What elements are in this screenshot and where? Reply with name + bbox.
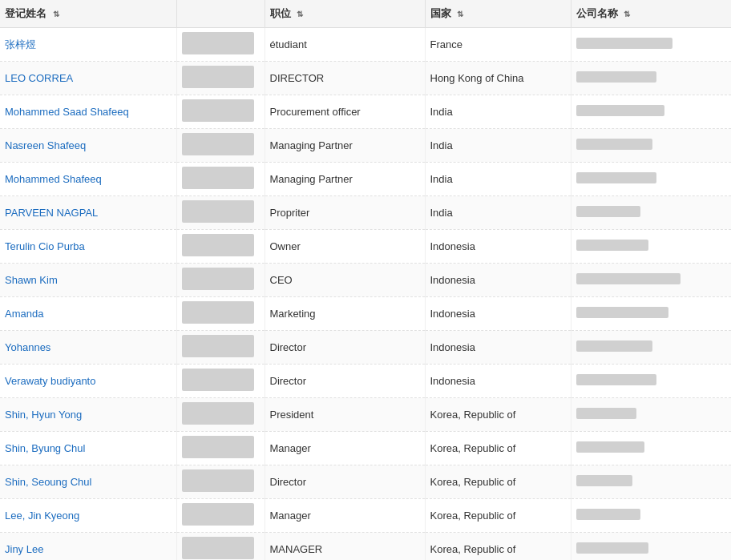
avatar-cell: [176, 398, 265, 432]
table-row: 张梓煜étudiantFrance: [0, 28, 731, 62]
avatar: [182, 133, 254, 155]
name-cell[interactable]: Nasreen Shafeeq: [0, 129, 176, 163]
name-cell[interactable]: Terulin Cio Purba: [0, 230, 176, 264]
name-link[interactable]: Jiny Lee: [5, 543, 43, 555]
avatar: [182, 301, 254, 324]
name-cell[interactable]: 张梓煜: [0, 28, 176, 62]
avatar-cell: [176, 432, 265, 465]
name-cell[interactable]: Shin, Hyun Yong: [0, 398, 176, 432]
position-cell: Managing Partner: [265, 163, 425, 196]
name-cell[interactable]: Mohammed Shafeeq: [0, 163, 176, 196]
table-row: Shawn KimCEOIndonesia: [0, 264, 731, 297]
table-row: Mohammed ShafeeqManaging PartnerIndia: [0, 163, 731, 196]
company-placeholder: [576, 206, 640, 217]
name-cell[interactable]: Jiny Lee: [0, 533, 176, 561]
name-link[interactable]: LEO CORREA: [5, 72, 73, 84]
name-link[interactable]: Verawaty budiyanto: [5, 375, 95, 387]
position-cell: DIRECTOR: [265, 62, 425, 95]
company-cell: [571, 163, 731, 196]
table-row: YohannesDirectorIndonesia: [0, 331, 731, 365]
name-link[interactable]: Terulin Cio Purba: [5, 240, 85, 252]
company-placeholder: [576, 542, 648, 554]
table-row: Verawaty budiyantoDirectorIndonesia: [0, 365, 731, 398]
position-cell: President: [265, 398, 425, 432]
position-cell: étudiant: [265, 28, 425, 62]
company-placeholder: [576, 509, 640, 520]
avatar: [182, 335, 254, 357]
name-link[interactable]: Yohannes: [5, 341, 50, 353]
country-cell: Indonesia: [425, 230, 571, 264]
table-row: Shin, Seoung ChulDirectorKorea, Republic…: [0, 465, 731, 499]
company-placeholder: [576, 105, 664, 116]
name-link[interactable]: Mohammed Shafeeq: [5, 173, 102, 185]
country-cell: India: [425, 163, 571, 196]
company-cell: [571, 129, 731, 163]
avatar-cell: [176, 95, 265, 129]
name-link[interactable]: Shawn Kim: [5, 274, 58, 286]
avatar-cell: [176, 163, 265, 196]
avatar: [182, 200, 254, 223]
col-country-label: 国家: [430, 7, 451, 19]
avatar-cell: [176, 499, 265, 533]
position-cell: MANAGER: [265, 533, 425, 561]
col-position-label: 职位: [270, 7, 291, 19]
sort-icon-name: ⇅: [53, 10, 59, 18]
col-header-avatar: [176, 0, 265, 28]
company-cell: [571, 533, 731, 561]
name-link[interactable]: PARVEEN NAGPAL: [5, 207, 98, 219]
name-link[interactable]: Amanda: [5, 308, 43, 320]
table-row: LEO CORREADIRECTORHong Kong of China: [0, 62, 731, 95]
name-link[interactable]: Shin, Seoung Chul: [5, 476, 91, 488]
name-cell[interactable]: LEO CORREA: [0, 62, 176, 95]
name-cell[interactable]: Lee, Jin Kyeong: [0, 499, 176, 533]
country-cell: France: [425, 28, 571, 62]
name-cell[interactable]: Yohannes: [0, 331, 176, 365]
avatar: [182, 167, 254, 189]
table-row: AmandaMarketingIndonesia: [0, 297, 731, 331]
company-cell: [571, 432, 731, 465]
name-link[interactable]: Mohammed Saad Shafeeq: [5, 106, 129, 118]
name-link[interactable]: 张梓煜: [5, 38, 36, 50]
avatar-cell: [176, 129, 265, 163]
position-cell: Managing Partner: [265, 129, 425, 163]
name-link[interactable]: Nasreen Shafeeq: [5, 139, 86, 151]
col-header-company[interactable]: 公司名称 ⇅: [571, 0, 731, 28]
avatar: [182, 469, 254, 492]
country-cell: India: [425, 95, 571, 129]
name-cell[interactable]: Shin, Seoung Chul: [0, 465, 176, 499]
name-link[interactable]: Shin, Byung Chul: [5, 442, 85, 454]
avatar-cell: [176, 365, 265, 398]
country-cell: Indonesia: [425, 331, 571, 365]
name-cell[interactable]: Shawn Kim: [0, 264, 176, 297]
company-cell: [571, 264, 731, 297]
country-cell: Korea, Republic of: [425, 499, 571, 533]
name-link[interactable]: Lee, Jin Kyeong: [5, 510, 79, 522]
company-placeholder: [576, 38, 672, 49]
country-cell: Korea, Republic of: [425, 432, 571, 465]
table-row: PARVEEN NAGPALPropriterIndia: [0, 196, 731, 230]
avatar-cell: [176, 264, 265, 297]
position-cell: Director: [265, 331, 425, 365]
company-cell: [571, 230, 731, 264]
company-placeholder: [576, 475, 632, 486]
name-cell[interactable]: Mohammed Saad Shafeeq: [0, 95, 176, 129]
position-cell: Director: [265, 465, 425, 499]
name-cell[interactable]: PARVEEN NAGPAL: [0, 196, 176, 230]
table-row: Shin, Hyun YongPresidentKorea, Republic …: [0, 398, 731, 432]
col-header-position[interactable]: 职位 ⇅: [265, 0, 425, 28]
position-cell: Propriter: [265, 196, 425, 230]
company-placeholder: [576, 71, 656, 83]
name-link[interactable]: Shin, Hyun Yong: [5, 409, 82, 421]
avatar-cell: [176, 62, 265, 95]
name-cell[interactable]: Amanda: [0, 297, 176, 331]
name-cell[interactable]: Verawaty budiyanto: [0, 365, 176, 398]
registrant-table: 登记姓名 ⇅ 职位 ⇅ 国家 ⇅ 公司名称 ⇅ 张梓煜étudiantFr: [0, 0, 731, 560]
table-row: Shin, Byung ChulManagerKorea, Republic o…: [0, 432, 731, 465]
name-cell[interactable]: Shin, Byung Chul: [0, 432, 176, 465]
company-placeholder: [576, 273, 681, 284]
table-row: Nasreen ShafeeqManaging PartnerIndia: [0, 129, 731, 163]
position-cell: Manager: [265, 432, 425, 465]
col-header-country[interactable]: 国家 ⇅: [425, 0, 571, 28]
col-header-name[interactable]: 登记姓名 ⇅: [0, 0, 176, 28]
country-cell: Indonesia: [425, 297, 571, 331]
